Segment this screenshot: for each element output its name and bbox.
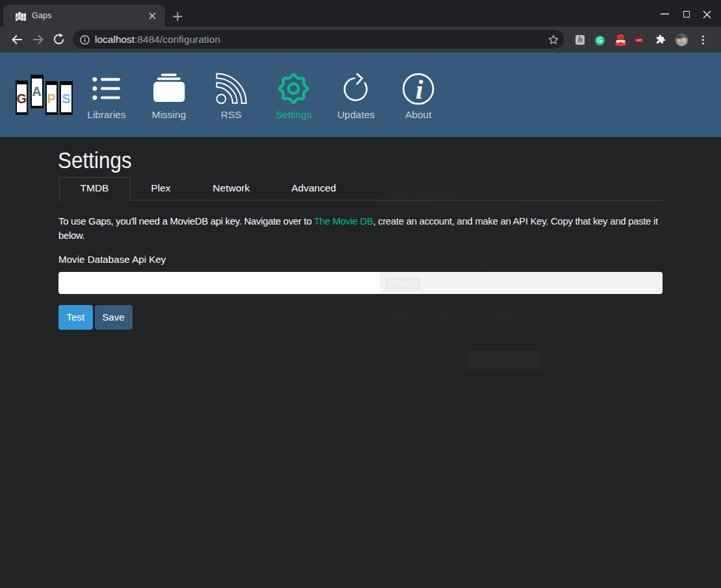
svg-text:i: i — [416, 75, 424, 104]
svg-text:UO: UO — [636, 38, 642, 42]
